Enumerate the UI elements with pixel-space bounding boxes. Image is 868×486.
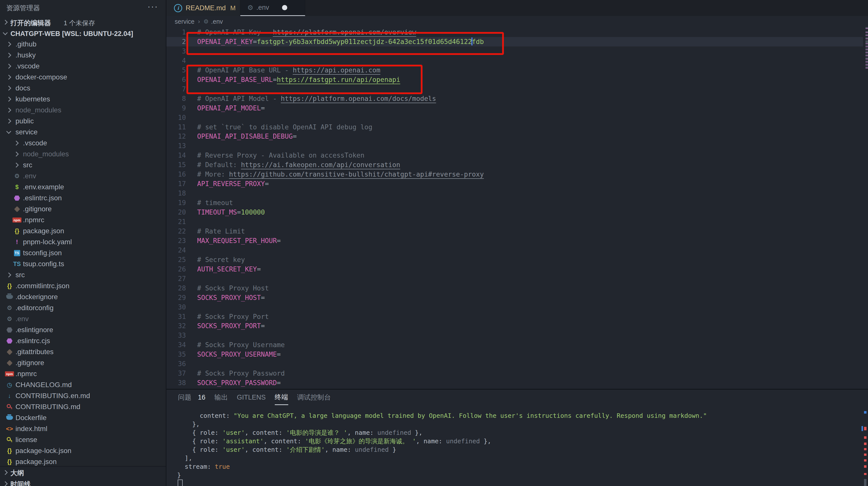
code-line-38[interactable]: 38SOCKS_PROXY_PASSWORD= <box>166 378 868 388</box>
tree-item-kubernetes[interactable]: kubernetes <box>0 94 170 105</box>
tree-item-service[interactable]: service <box>0 126 170 138</box>
tree-item-.eslintrc.json[interactable]: .eslintrc.json <box>0 193 178 204</box>
tree-item-Dockerfile[interactable]: Dockerfile <box>0 412 170 423</box>
dirty-dot-icon[interactable] <box>282 5 287 10</box>
code-line-17[interactable]: 17API_REVERSE_PROXY= <box>166 179 868 189</box>
tree-item-src[interactable]: src <box>0 160 178 171</box>
tree-item-.npmrc[interactable]: npm.npmrc <box>0 215 178 226</box>
tree-item-pnpm-lock.yaml[interactable]: !pnpm-lock.yaml <box>0 236 178 248</box>
tree-item-node_modules[interactable]: node_modules <box>0 105 170 116</box>
code-line-12[interactable]: 12OPENAI_API_DISABLE_DEBUG= <box>166 132 868 141</box>
project-section[interactable]: CHATGPT-WEB [WSL: UBUNTU-22.04] <box>0 28 166 39</box>
tree-item-label: .npmrc <box>16 370 37 378</box>
tree-item-.github[interactable]: .github <box>0 39 170 50</box>
code-line-21[interactable]: 21 <box>166 217 868 227</box>
tree-item-.editorconfig[interactable]: ⚙.editorconfig <box>0 303 170 313</box>
tab-readme-label: README.md <box>186 4 226 12</box>
tree-item-.gitattributes[interactable]: .gitattributes <box>0 346 170 358</box>
code-line-30[interactable]: 30 <box>166 303 868 312</box>
code-line-4[interactable]: 4 <box>166 56 868 65</box>
code-line-18[interactable]: 18 <box>166 189 868 198</box>
panel-tab-gitlens[interactable]: GITLENS <box>237 390 266 405</box>
tree-item-CONTRIBUTING.md[interactable]: CONTRIBUTING.md <box>0 401 170 412</box>
panel-tab-debug-console[interactable]: 调试控制台 <box>297 390 331 405</box>
tree-item-public[interactable]: public <box>0 116 170 126</box>
code-line-37[interactable]: 37# Socks Proxy Password <box>166 369 868 378</box>
tree-item-docs[interactable]: docs <box>0 83 170 94</box>
code-line-27[interactable]: 27 <box>166 274 868 283</box>
tree-item-.env[interactable]: ⚙.env <box>0 171 178 181</box>
code-line-1[interactable]: 1# OpenAI API Key - https://platform.ope… <box>166 27 868 37</box>
code-line-23[interactable]: 23MAX_REQUEST_PER_HOUR= <box>166 236 868 246</box>
code-line-5[interactable]: 5# OpenAI API Base URL - https://api.ope… <box>166 65 868 75</box>
code-line-11[interactable]: 11# set `true` to disable OpenAI API deb… <box>166 122 868 132</box>
tree-item-.gitignore[interactable]: .gitignore <box>0 204 178 215</box>
code-line-29[interactable]: 29SOCKS_PROXY_HOST= <box>166 293 868 303</box>
tree-item-license[interactable]: license <box>0 434 170 445</box>
panel-tab-problems[interactable]: 问题 16 <box>178 390 206 405</box>
code-line-13[interactable]: 13 <box>166 141 868 151</box>
code-editor[interactable]: 1# OpenAI API Key - https://platform.ope… <box>166 27 868 389</box>
tree-item-.dockerignore[interactable]: .dockerignore <box>0 291 170 303</box>
tree-item-.env[interactable]: ⚙.env <box>0 313 170 324</box>
tree-item-package-lock.json[interactable]: {}package-lock.json <box>0 445 170 456</box>
open-editors-section[interactable]: 打开的编辑器 1 个未保存 <box>0 17 166 28</box>
code-line-10[interactable]: 10 <box>166 113 868 122</box>
code-line-36[interactable]: 36 <box>166 359 868 369</box>
tree-item-.eslintrc.cjs[interactable]: .eslintrc.cjs <box>0 335 170 346</box>
code-line-26[interactable]: 26AUTH_SECRET_KEY= <box>166 264 868 274</box>
timeline-section[interactable]: 时间线 <box>0 478 166 486</box>
code-line-15[interactable]: 15# Default: https://ai.fakeopen.com/api… <box>166 160 868 170</box>
code-line-20[interactable]: 20TIMEOUT_MS=100000 <box>166 207 868 217</box>
tree-item-CONTRIBUTING.en.md[interactable]: ↓CONTRIBUTING.en.md <box>0 390 170 401</box>
tree-item-.eslintignore[interactable]: .eslintignore <box>0 324 170 335</box>
tree-item-node_modules[interactable]: node_modules <box>0 149 178 160</box>
tab-env[interactable]: ⚙ .env <box>240 0 305 16</box>
code-line-16[interactable]: 16# More: https://github.com/transitive-… <box>166 170 868 179</box>
code-line-8[interactable]: 8# OpenAI API Model - https://platform.o… <box>166 94 868 104</box>
code-line-35[interactable]: 35SOCKS_PROXY_USERNAME= <box>166 350 868 359</box>
code-line-24[interactable]: 24 <box>166 246 868 255</box>
breadcrumb-file[interactable]: .env <box>211 18 223 25</box>
code-line-2[interactable]: 2OPENAI_API_KEY=fastgpt-y6b3axfbdd5wyp01… <box>166 37 868 47</box>
tree-item-tsconfig.json[interactable]: TStsconfig.json <box>0 248 178 258</box>
code-line-33[interactable]: 33 <box>166 331 868 340</box>
tree-item-.vscode[interactable]: .vscode <box>0 138 178 149</box>
code-line-22[interactable]: 22# Rate Limit <box>166 227 868 236</box>
code-line-3[interactable]: 3 <box>166 47 868 56</box>
code-line-34[interactable]: 34# Socks Proxy Username <box>166 340 868 350</box>
code-line-9[interactable]: 9OPENAI_API_MODEL= <box>166 104 868 113</box>
code-line-28[interactable]: 28# Socks Proxy Host <box>166 283 868 293</box>
tree-item-docker-compose[interactable]: docker-compose <box>0 72 170 83</box>
tree-item-CHANGELOG.md[interactable]: ◷CHANGELOG.md <box>0 379 170 390</box>
tree-item-.husky[interactable]: .husky <box>0 50 170 61</box>
tree-item-.gitignore[interactable]: .gitignore <box>0 358 170 368</box>
tree-item-src[interactable]: src <box>0 269 170 281</box>
code-line-31[interactable]: 31# Socks Proxy Port <box>166 312 868 321</box>
tree-item-.commitlintrc.json[interactable]: {}.commitlintrc.json <box>0 281 170 291</box>
more-actions-icon[interactable]: ··· <box>148 1 158 11</box>
tree-item-package.json[interactable]: {}package.json <box>0 226 178 236</box>
code-line-19[interactable]: 19# timeout <box>166 198 868 207</box>
terminal-output[interactable]: content: "You are ChatGPT, a large langu… <box>177 411 861 486</box>
tree-item-tsup.config.ts[interactable]: TStsup.config.ts <box>0 258 178 269</box>
minimap-line-mark <box>866 65 868 65</box>
code-line-25[interactable]: 25# Secret key <box>166 255 868 264</box>
tree-item-.npmrc[interactable]: npm.npmrc <box>0 368 170 379</box>
outline-section[interactable]: 大纲 <box>0 466 166 478</box>
tree-item-label: .vscode <box>16 62 40 70</box>
tree-item-.env.example[interactable]: $.env.example <box>0 181 178 193</box>
code-line-32[interactable]: 32SOCKS_PROXY_PORT= <box>166 321 868 331</box>
tree-item-index.html[interactable]: <>index.html <box>0 423 170 434</box>
panel-tab-output[interactable]: 输出 <box>214 390 228 405</box>
breadcrumb-service[interactable]: service <box>175 18 194 25</box>
code-line-7[interactable]: 7 <box>166 84 868 94</box>
tab-readme[interactable]: i README.md M <box>166 0 240 16</box>
tree-item-label: pnpm-lock.yaml <box>23 238 72 246</box>
code-line-6[interactable]: 6OPENAI_API_BASE_URL=https://fastgpt.run… <box>166 75 868 84</box>
code-line-14[interactable]: 14# Reverse Proxy - Available on accessT… <box>166 151 868 160</box>
tree-item-package.json[interactable]: {}package.json <box>0 456 170 467</box>
html-icon: <> <box>6 426 13 432</box>
panel-tab-terminal[interactable]: 终端 <box>275 390 288 405</box>
tree-item-.vscode[interactable]: .vscode <box>0 61 170 72</box>
